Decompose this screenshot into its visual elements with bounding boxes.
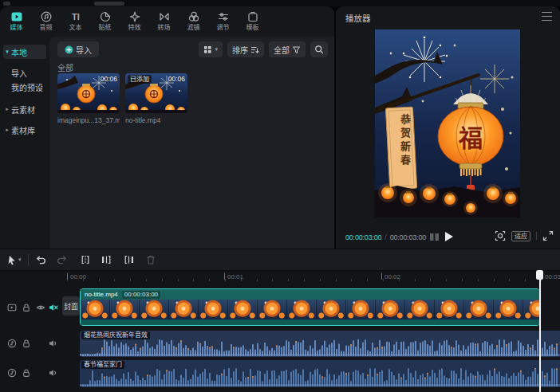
titlebar-chip-remnant xyxy=(94,2,124,6)
cover-button[interactable]: 封面 xyxy=(62,296,80,316)
filter-button[interactable]: 全部 xyxy=(269,41,306,57)
tab-label: 媒体 xyxy=(10,24,23,31)
sidebar-item-asset-library[interactable]: ▸ 素材库 xyxy=(3,123,46,137)
media-icon xyxy=(10,10,23,23)
audio-clip[interactable]: 烟花热闹庆祝新年音效 xyxy=(80,331,560,357)
trim-left-icon[interactable] xyxy=(101,254,112,265)
audio-track-icon[interactable] xyxy=(7,339,17,348)
trim-right-icon[interactable] xyxy=(123,254,134,265)
filmstrip-frame xyxy=(317,300,346,319)
speaker-icon[interactable] xyxy=(49,339,58,348)
tab-label: 贴纸 xyxy=(99,24,112,31)
media-content: 导入 ▾ 排序 xyxy=(49,37,334,249)
player-menu-icon[interactable] xyxy=(542,12,552,21)
video-clip-name: no-title.mp4 xyxy=(85,291,118,298)
sidebar-item-import[interactable]: 导入 xyxy=(3,65,46,80)
video-clip-duration: 00:00:03:00 xyxy=(122,291,160,299)
filmstrip-frame xyxy=(376,300,405,319)
funnel-icon xyxy=(292,45,301,54)
tab-label: 音频 xyxy=(40,24,53,31)
sidebar-item-label: 我的预设 xyxy=(11,81,43,93)
cover-button-label: 封面 xyxy=(64,301,78,312)
delete-icon[interactable] xyxy=(145,254,156,265)
speaker-icon[interactable] xyxy=(49,368,58,378)
snapshot-icon[interactable] xyxy=(495,230,506,241)
tab-media[interactable]: 媒体 xyxy=(2,8,31,33)
player-header: 播放器 xyxy=(336,6,560,25)
audio-clip-name: 春节福至家门 xyxy=(81,361,124,369)
lock-icon[interactable] xyxy=(22,339,31,348)
import-button-label: 导入 xyxy=(76,44,92,56)
play-button[interactable] xyxy=(445,232,453,241)
tab-sticker[interactable]: 贴纸 xyxy=(90,8,120,33)
sort-icon xyxy=(250,45,259,54)
tab-effects[interactable]: 特效 xyxy=(120,8,149,33)
redo-icon[interactable] xyxy=(56,254,68,265)
lock-icon[interactable] xyxy=(22,368,31,378)
tab-audio[interactable]: 音频 xyxy=(31,8,61,33)
tab-template[interactable]: 模板 xyxy=(238,8,267,33)
tab-transition[interactable]: 转场 xyxy=(149,8,179,33)
fit-ratio-button[interactable]: 适应 xyxy=(511,231,530,241)
tab-label: 文本 xyxy=(69,24,82,31)
player-controls: 00:00:03:00 / 00:00:03:00 适应 xyxy=(336,225,560,249)
filmstrip-frame xyxy=(199,300,228,319)
tab-label: 调节 xyxy=(217,24,230,31)
video-preview[interactable]: 恭贺新春 福 xyxy=(375,29,520,218)
tab-adjust[interactable]: 调节 xyxy=(208,8,238,33)
video-thumbnail: 已添加 00:06 xyxy=(125,73,187,113)
chevron-down-icon: ▾ xyxy=(3,49,11,55)
adjust-icon xyxy=(217,10,230,23)
sidebar-item-cloud-assets[interactable]: ▸ 云素材 xyxy=(3,102,46,116)
playhead-handle[interactable] xyxy=(536,270,543,280)
media-card[interactable]: 已添加 00:06 no-title.mp4 xyxy=(125,73,187,124)
media-card-name: no-title.mp4 xyxy=(125,116,187,124)
undo-icon[interactable] xyxy=(35,254,47,265)
split-icon[interactable] xyxy=(80,254,91,265)
sidebar-item-my-presets[interactable]: 我的预设 xyxy=(3,80,46,94)
mute-original-sound-icon[interactable] xyxy=(49,303,58,312)
filmstrip-frame xyxy=(228,300,258,319)
added-badge: 已添加 xyxy=(128,75,152,84)
ruler-label: 00:02 xyxy=(385,273,400,280)
minor-ticks xyxy=(67,279,542,281)
sort-button[interactable]: 排序 xyxy=(227,41,264,57)
import-button[interactable]: 导入 xyxy=(57,41,99,57)
titlebar-logo-remnant xyxy=(3,2,10,6)
sort-button-label: 排序 xyxy=(232,44,248,56)
playhead-line[interactable] xyxy=(539,270,541,392)
filmstrip-frame xyxy=(140,300,169,319)
video-thumbnail: 00:06 xyxy=(57,73,120,113)
hide-track-icon[interactable] xyxy=(36,303,45,312)
fullscreen-icon[interactable] xyxy=(542,230,554,241)
video-track-icon[interactable] xyxy=(7,303,17,312)
lock-icon[interactable] xyxy=(22,303,31,312)
svg-text:TI: TI xyxy=(72,12,80,22)
tab-filter[interactable]: 滤镜 xyxy=(179,8,208,33)
audio-clip[interactable]: 春节福至家门 xyxy=(80,360,560,387)
media-card[interactable]: 00:06 imageinpu...13_37.mp4 xyxy=(57,73,120,124)
search-button[interactable] xyxy=(310,41,328,57)
sidebar-item-label: 本地 xyxy=(11,46,27,58)
transition-icon xyxy=(158,10,171,23)
tab-text[interactable]: TI 文本 xyxy=(61,8,90,33)
search-icon xyxy=(314,45,324,54)
player-panel: 播放器 xyxy=(336,6,560,249)
filmstrip xyxy=(81,300,539,319)
tab-label: 滤镜 xyxy=(187,24,200,31)
tab-label: 模板 xyxy=(246,24,259,31)
select-tool-icon[interactable] xyxy=(6,254,18,266)
view-mode-button[interactable]: ▾ xyxy=(199,41,223,57)
filmstrip-frame xyxy=(169,300,199,319)
sidebar-item-local[interactable]: ▾ 本地 xyxy=(3,45,46,59)
asset-type-tabs: 媒体 音频 TI 文本 xyxy=(2,8,267,33)
select-tool-chevron[interactable]: ▾ xyxy=(18,257,22,263)
chevron-right-icon: ▸ xyxy=(3,106,11,112)
divider xyxy=(536,232,537,240)
audio-track-icon[interactable] xyxy=(7,368,17,378)
text-tool-icon: TI xyxy=(69,10,82,23)
sidebar-item-label: 导入 xyxy=(11,67,27,79)
timeline-ruler[interactable]: 00:00 00:01 00:02 00:03 xyxy=(0,270,560,283)
frame-preview-icon[interactable] xyxy=(429,233,440,241)
video-clip[interactable]: no-title.mp4 00:00:03:00 xyxy=(80,288,540,326)
